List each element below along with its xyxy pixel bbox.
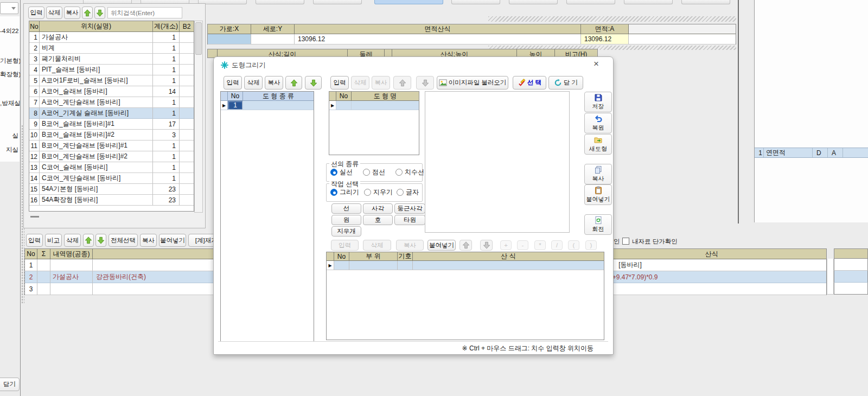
copy-shape-button[interactable]: 복사 — [584, 164, 612, 184]
table-row[interactable]: 2비계1 — [29, 43, 194, 54]
select-button[interactable]: 선 택 — [513, 76, 546, 90]
mydata-price-checkbox[interactable] — [622, 238, 629, 245]
table-row[interactable]: 9B코어_슬래브 [동바리]#117 — [29, 119, 194, 130]
shape-button-2[interactable]: 사각 — [363, 203, 393, 214]
table-row[interactable]: 4PIT_슬래브 [동바리]1 — [29, 65, 194, 75]
formula-row-formula[interactable] — [413, 261, 604, 270]
radio-line-type-1[interactable]: 실선 — [330, 168, 353, 177]
operator-button-1[interactable]: + — [500, 240, 512, 250]
formula-row-no[interactable] — [334, 261, 349, 270]
table-row[interactable]: 3폐기물처리비1 — [29, 54, 194, 65]
top-tab-fragment[interactable] — [256, 0, 304, 4]
right-panel-row[interactable]: 1 연면적 D A — [755, 148, 868, 158]
shape-button-6[interactable]: 타원 — [394, 215, 425, 225]
table-row[interactable]: 12B코어_계단슬래브 [동바리]#21 — [29, 151, 194, 162]
dialog-close-button[interactable]: 닫 기 — [548, 76, 583, 90]
top-tab-fragment[interactable] — [566, 0, 615, 4]
dialog-toolbar1-up-button[interactable] — [285, 76, 302, 90]
top-tab-fragment[interactable] — [509, 0, 558, 4]
shape-name-value[interactable] — [352, 101, 419, 110]
detail-toolbar-button-1[interactable]: 입력 — [26, 234, 43, 247]
load-image-button[interactable]: 이미지파일 불러오기 — [437, 76, 508, 90]
detail-toolbar-button-4[interactable]: 전체선택 — [108, 234, 138, 247]
shape-button-7[interactable]: 지우개 — [331, 226, 361, 237]
top-tab-fragment[interactable] — [313, 0, 362, 4]
cell-area-formula[interactable]: 13096.12 — [295, 34, 581, 44]
formula-toolbar-button-3[interactable]: 복사 — [396, 240, 424, 251]
top-tab-fragment[interactable] — [681, 0, 730, 4]
radio-work-type-3[interactable]: 글자 — [397, 188, 419, 197]
table-row[interactable]: 8A코어_기계실 슬래브 [동바리]1 — [29, 108, 194, 119]
cell-y[interactable] — [251, 34, 295, 44]
formula-toolbar-button-2[interactable]: 삭제 — [363, 240, 391, 251]
radio-work-type-2[interactable]: 지우기 — [364, 188, 393, 197]
formula-row-symbol[interactable] — [398, 261, 413, 270]
close-panel-button[interactable]: 닫기 — [0, 378, 20, 391]
detail-move-down-button[interactable] — [95, 234, 106, 247]
drawing-canvas[interactable] — [425, 91, 570, 233]
formula-up-button[interactable] — [459, 240, 472, 251]
detail-move-up-button[interactable] — [83, 234, 94, 247]
operator-button-5[interactable]: ( — [568, 240, 579, 250]
detail-toolbar-button-2[interactable]: 비고 — [45, 234, 62, 247]
operator-button-2[interactable]: - — [517, 240, 528, 250]
operator-button-3[interactable]: * — [534, 240, 546, 250]
dialog-toolbar2-up-button[interactable] — [393, 76, 411, 90]
top-tab-fragment[interactable] — [451, 0, 500, 4]
radio-line-type-2[interactable]: 점선 — [363, 168, 385, 177]
location-delete-button[interactable]: 삭제 — [46, 7, 62, 19]
table-row[interactable]: 5A코어1F로비_슬래브 [동바리]1 — [29, 75, 194, 86]
table-row[interactable]: 13C코어_슬래브 [동바리]1 — [29, 162, 194, 173]
table-row[interactable]: 7A코어_계단슬래브 [동바리]1 — [29, 97, 194, 108]
operator-button-4[interactable]: / — [551, 240, 563, 250]
dialog-toolbar2-down-button[interactable] — [416, 76, 434, 90]
table-row[interactable]: 1가설공사1 — [29, 32, 194, 43]
shape-button-5[interactable]: 호 — [363, 215, 393, 225]
location-search-input[interactable] — [107, 7, 182, 18]
table-row[interactable]: 11B코어_계단슬래브 [동바리]#11 — [29, 140, 194, 151]
dialog-toolbar1-button-1[interactable]: 입력 — [224, 76, 242, 90]
selected-shape-type[interactable] — [243, 101, 314, 110]
operator-button-6[interactable]: ) — [585, 240, 597, 250]
table-row[interactable]: 1554A기본형 [동바리]23 — [29, 184, 194, 195]
dialog-toolbar1-button-3[interactable]: 복사 — [265, 76, 283, 90]
table-row[interactable]: 6A코어_슬래브 [동바리]14 — [29, 86, 194, 97]
shape-button-3[interactable]: 둥근사각 — [394, 203, 425, 214]
formula-row-part[interactable] — [349, 261, 398, 270]
shape-name-no[interactable] — [336, 101, 352, 110]
new-shape-button[interactable]: 새도형 — [584, 134, 612, 155]
location-move-up-button[interactable] — [82, 7, 93, 19]
restore-button[interactable]: 복원 — [584, 113, 612, 133]
rotate-button[interactable]: 회전 — [584, 214, 612, 235]
detail-toolbar-button-6[interactable]: 붙여넣기 — [159, 234, 186, 247]
location-move-down-button[interactable] — [94, 7, 105, 19]
save-button[interactable]: 저장 — [584, 92, 612, 112]
paste-shape-button[interactable]: 붙여넣기 — [584, 184, 612, 205]
table-row[interactable]: 1654A확장형 [동바리]23 — [29, 195, 194, 206]
table-row[interactable]: 14C코어_계단슬래브 [동바리]1 — [29, 173, 194, 184]
location-vscrollbar[interactable] — [194, 21, 203, 213]
shape-button-4[interactable]: 원 — [331, 215, 361, 225]
top-tab-fragment[interactable] — [374, 0, 443, 4]
dialog-toolbar1-down-button[interactable] — [305, 76, 322, 90]
cell-x[interactable] — [208, 34, 251, 44]
cell-area-value[interactable]: 13096.12 — [581, 34, 629, 44]
dialog-toolbar1-button-2[interactable]: 삭제 — [244, 76, 263, 90]
formula-toolbar-button-1[interactable]: 입력 — [331, 240, 359, 251]
shape-button-1[interactable]: 선 — [331, 203, 361, 214]
location-input-button[interactable]: 입력 — [28, 7, 44, 19]
detail-toolbar-button-3[interactable]: 삭제 — [64, 234, 81, 247]
dialog-close-icon[interactable]: × — [593, 59, 599, 69]
dialog-toolbar2-button-3[interactable]: 복사 — [372, 76, 390, 90]
radio-work-type-1[interactable]: 그리기 — [330, 188, 359, 197]
formula-down-button[interactable] — [480, 240, 493, 251]
location-hscroll-thumb[interactable] — [30, 216, 39, 218]
radio-line-type-3[interactable]: 치수선 — [395, 168, 424, 177]
dialog-toolbar2-button-1[interactable]: 입력 — [330, 76, 349, 90]
location-copy-button[interactable]: 복사 — [64, 7, 80, 19]
table-row[interactable]: 10B코어_슬래브 [동바리]#23 — [29, 130, 194, 140]
left-combobox[interactable] — [0, 2, 18, 14]
dialog-toolbar2-button-2[interactable]: 삭제 — [351, 76, 369, 90]
top-tab-fragment[interactable] — [624, 0, 673, 4]
detail-toolbar-button-5[interactable]: 복사 — [140, 234, 157, 247]
